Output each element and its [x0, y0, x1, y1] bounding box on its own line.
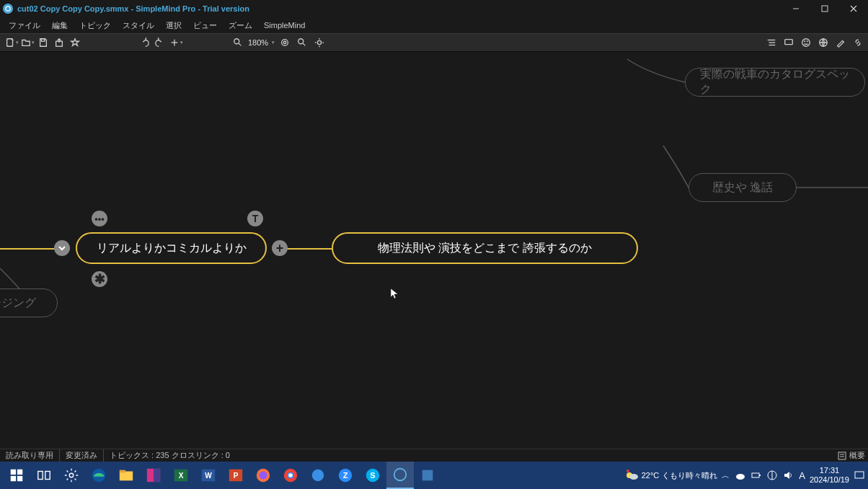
menu-bar: ファイル 編集 トピック スタイル 選択 ビュー ズーム SimpleMind	[0, 17, 868, 33]
svg-line-16	[303, 43, 306, 46]
target-button[interactable]	[278, 35, 292, 50]
menu-select[interactable]: 選択	[160, 19, 187, 32]
word-icon[interactable]: W	[195, 462, 222, 489]
svg-rect-2	[822, 6, 828, 12]
status-bar: 読み取り専用 変更済み トピックス : 235 クロスリンク : 0 概要	[0, 449, 868, 462]
zoom-app-icon[interactable]: Z	[332, 462, 359, 489]
svg-point-0	[6, 6, 10, 11]
node-exaggeration[interactable]: 物理法則や 演技をどこまで 誇張するのか	[332, 232, 638, 264]
svg-rect-71	[855, 472, 864, 478]
undo-button[interactable]	[137, 35, 151, 50]
search-button[interactable]	[295, 35, 309, 50]
svg-text:Z: Z	[343, 471, 348, 480]
svg-rect-37	[38, 472, 43, 480]
svg-rect-41	[120, 472, 133, 481]
notification-icon[interactable]	[854, 470, 865, 481]
app-icon-1[interactable]	[140, 462, 167, 489]
explorer-icon[interactable]	[112, 462, 140, 489]
node-catalog-spec[interactable]: 実際の戦車のカタログスペック	[685, 68, 865, 97]
svg-rect-67	[752, 473, 759, 477]
svg-rect-36	[17, 476, 22, 481]
svg-point-11	[234, 39, 239, 44]
app-icon-2[interactable]	[304, 462, 332, 489]
ime-indicator[interactable]: A	[799, 470, 805, 481]
menu-topic[interactable]: トピック	[74, 19, 117, 32]
star-button[interactable]	[68, 35, 82, 50]
outline-icon[interactable]	[838, 451, 846, 460]
simplemind-taskbar-icon[interactable]	[386, 462, 414, 489]
tray-chevron-icon[interactable]: ︿	[722, 470, 730, 481]
close-button[interactable]	[839, 0, 868, 17]
start-button[interactable]	[3, 462, 30, 489]
menu-edit[interactable]: 編集	[46, 19, 74, 32]
svg-point-55	[288, 473, 293, 477]
weather-text: くもり時々晴れ	[662, 470, 717, 481]
node-label: ポージング	[0, 296, 36, 311]
battery-icon[interactable]	[751, 470, 761, 480]
edge-icon[interactable]	[85, 462, 112, 489]
status-outline[interactable]: 概要	[849, 450, 865, 461]
more-handle[interactable]: •••	[92, 211, 107, 226]
skype-icon[interactable]: S	[359, 462, 386, 489]
maximize-button[interactable]	[810, 0, 839, 17]
svg-rect-25	[785, 40, 793, 45]
menu-simplemind[interactable]: SimpleMind	[258, 19, 311, 31]
add-child-handle[interactable]: +	[272, 240, 288, 256]
chrome-icon[interactable]	[277, 462, 304, 489]
share-button[interactable]	[52, 35, 66, 50]
add-button[interactable]: ▾	[169, 35, 183, 50]
svg-rect-34	[17, 470, 22, 475]
collapse-handle[interactable]	[54, 240, 70, 256]
minimize-button[interactable]	[781, 0, 810, 17]
svg-rect-44	[154, 469, 160, 482]
style-button[interactable]	[833, 35, 848, 50]
open-button[interactable]: ▾	[20, 35, 35, 50]
firefox-icon[interactable]	[249, 462, 277, 489]
weather-widget[interactable]: 22°C くもり時々晴れ	[624, 468, 718, 483]
zoom-icon[interactable]	[231, 35, 245, 50]
svg-point-39	[69, 473, 74, 477]
text-handle[interactable]: T	[247, 211, 263, 226]
asterisk-handle[interactable]: ✱	[92, 271, 107, 287]
emoji-button[interactable]	[799, 35, 813, 50]
app-icon-3[interactable]	[414, 462, 441, 489]
weather-icon	[624, 468, 639, 483]
volume-icon[interactable]	[783, 470, 793, 480]
svg-line-12	[239, 43, 242, 46]
svg-point-64	[629, 474, 638, 480]
link-button[interactable]	[851, 35, 865, 50]
settings-icon[interactable]	[58, 462, 85, 489]
svg-point-13	[282, 40, 288, 46]
menu-zoom[interactable]: ズーム	[223, 19, 258, 32]
wifi-icon[interactable]	[767, 470, 777, 480]
menu-file[interactable]: ファイル	[3, 19, 46, 32]
outline-panel-button[interactable]	[764, 35, 779, 50]
excel-icon[interactable]: X	[167, 462, 195, 489]
new-button[interactable]: ▾	[4, 35, 19, 50]
powerpoint-icon[interactable]: P	[222, 462, 249, 489]
clock[interactable]: 17:31 2024/10/19	[810, 466, 849, 485]
task-view-button[interactable]	[30, 462, 58, 489]
status-modified: 変更済み	[60, 449, 104, 462]
svg-point-61	[394, 469, 407, 481]
brightness-button[interactable]	[312, 35, 327, 50]
menu-style[interactable]: スタイル	[117, 19, 160, 32]
menu-view[interactable]: ビュー	[187, 19, 223, 32]
node-real-vs-comical[interactable]: リアルよりかコミカルよりか	[76, 232, 267, 264]
globe-button[interactable]	[816, 35, 831, 50]
note-button[interactable]	[781, 35, 796, 50]
temperature: 22°C	[642, 471, 660, 480]
save-button[interactable]	[36, 35, 50, 50]
mindmap-canvas[interactable]: 実際の戦車のカタログスペック 歴史や 逸話 ポージング リアルよりかコミカルより…	[0, 52, 868, 462]
redo-button[interactable]	[153, 35, 167, 50]
node-history[interactable]: 歴史や 逸話	[688, 173, 797, 202]
title-bar: cut02 Copy Copy Copy.smmx - SimpleMind P…	[0, 0, 868, 17]
status-readonly: 読み取り専用	[0, 449, 60, 462]
app-icon	[3, 4, 13, 14]
node-label: リアルよりかコミカルよりか	[97, 241, 247, 256]
onedrive-icon[interactable]	[735, 470, 745, 480]
toolbar: ▾ ▾ ▾ 180%▾	[0, 33, 868, 52]
node-posing[interactable]: ポージング	[0, 288, 58, 317]
svg-point-52	[260, 472, 267, 480]
zoom-level[interactable]: 180%	[248, 38, 268, 47]
